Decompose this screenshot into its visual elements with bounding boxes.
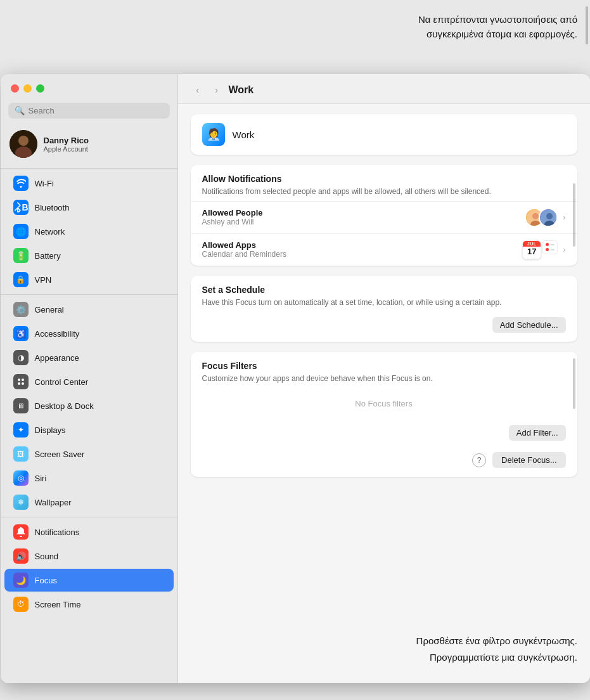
close-button[interactable] (11, 84, 19, 93)
allowed-apps-left: Allowed Apps Calendar and Reminders (202, 240, 286, 259)
user-info: Danny Rico Apple Account (44, 136, 89, 153)
sidebar-item-notifications[interactable]: Notifications (4, 521, 174, 543)
sidebar-item-appearance[interactable]: ◑ Appearance (4, 346, 174, 369)
sidebar-item-accessibility[interactable]: ♿ Accessibility (4, 322, 174, 345)
focus-icon: 🌙 (13, 573, 29, 588)
avatar (10, 130, 37, 158)
sidebar-item-network[interactable]: 🌐 Network (4, 220, 174, 243)
reminder-text-1 (551, 244, 555, 245)
search-bar[interactable]: 🔍 (8, 103, 170, 119)
sidebar-label-general: General (35, 305, 64, 314)
sidebar-label-displays: Displays (35, 425, 66, 435)
svg-point-6 (22, 382, 24, 385)
focus-filters-title: Focus Filters (202, 361, 566, 371)
sidebar-label-screen-time: Screen Time (35, 600, 81, 609)
schedule-section: Set a Schedule Have this Focus turn on a… (191, 276, 577, 342)
bluetooth-icon: B (13, 200, 29, 215)
maximize-button[interactable] (36, 84, 44, 93)
back-button[interactable]: ‹ (191, 83, 205, 97)
sidebar-divider (1, 168, 177, 169)
allowed-apps-title: Allowed Apps (202, 240, 286, 250)
sidebar-item-siri[interactable]: ◎ Siri (4, 467, 174, 489)
allow-notifications-description: Notifications from selected people and a… (202, 186, 566, 197)
sidebar-label-wallpaper: Wallpaper (35, 498, 72, 507)
allow-notifications-section: Allow Notifications Notifications from s… (191, 165, 577, 266)
sidebar-label-desktop-dock: Desktop & Dock (35, 401, 94, 411)
allowed-people-row[interactable]: Allowed People Ashley and Will (191, 201, 577, 233)
sidebar-label-control-center: Control Center (35, 377, 89, 387)
focus-header-name: Work (233, 129, 255, 140)
sidebar-item-desktop-dock[interactable]: 🖥 Desktop & Dock (4, 394, 174, 417)
search-input[interactable] (29, 106, 164, 115)
schedule-header: Set a Schedule Have this Focus turn on a… (191, 276, 577, 312)
sidebar-label-vpn: VPN (35, 275, 52, 285)
reminder-dot-1 (546, 243, 549, 246)
add-schedule-button[interactable]: Add Schedule... (492, 317, 566, 333)
sidebar-divider-2 (1, 294, 177, 295)
sidebar-label-battery: Battery (35, 251, 61, 261)
sidebar-item-screen-time[interactable]: ⏱ Screen Time (4, 593, 174, 616)
sidebar-item-vpn[interactable]: 🔒 VPN (4, 268, 174, 291)
sound-icon: 🔊 (13, 548, 29, 564)
schedule-buttons: Add Schedule... (191, 312, 577, 342)
sidebar-item-bluetooth[interactable]: B Bluetooth (4, 196, 174, 219)
annotation-bottom: Προσθέστε ένα φίλτρο συγκέντρωσης. Προγρ… (416, 633, 577, 665)
main-body: 🧑‍💼 Work Allow Notifications Notificatio… (178, 104, 590, 683)
sidebar-label-bluetooth: Bluetooth (35, 203, 70, 212)
focus-header-card: 🧑‍💼 Work (191, 114, 577, 155)
add-filter-button[interactable]: Add Filter... (509, 425, 566, 441)
sidebar-item-wallpaper[interactable]: ❄ Wallpaper (4, 491, 174, 514)
wallpaper-icon: ❄ (13, 495, 29, 510)
main-content: ‹ › Work 🧑‍💼 Work Allow Notifications No… (178, 74, 590, 683)
allowed-apps-row[interactable]: Allowed Apps Calendar and Reminders JUL … (191, 233, 577, 266)
delete-focus-button[interactable]: Delete Focus... (492, 452, 565, 468)
user-subtitle: Apple Account (44, 145, 89, 153)
vpn-icon: 🔒 (13, 272, 29, 287)
allowed-people-left: Allowed People Ashley and Will (202, 208, 263, 226)
svg-point-1 (18, 136, 29, 146)
allow-notifications-header: Allow Notifications Notifications from s… (191, 165, 577, 201)
sidebar-item-sound[interactable]: 🔊 Sound (4, 545, 174, 567)
sidebar-item-general[interactable]: ⚙️ General (4, 298, 174, 321)
sidebar-item-battery[interactable]: 🔋 Battery (4, 244, 174, 267)
forward-button[interactable]: › (210, 83, 224, 97)
traffic-lights (1, 74, 177, 99)
svg-point-8 (532, 213, 539, 219)
svg-point-11 (546, 213, 553, 219)
sidebar-item-displays[interactable]: ✦ Displays (4, 418, 174, 441)
avatar-stack (525, 208, 558, 227)
filter-scroll-indicator (573, 358, 575, 409)
avatar-will (539, 208, 558, 227)
focus-filters-description: Customize how your apps and device behav… (202, 373, 566, 384)
network-icon: 🌐 (13, 224, 29, 239)
minimize-button[interactable] (23, 84, 32, 93)
user-section[interactable]: Danny Rico Apple Account (1, 125, 177, 165)
reminder-text-2 (551, 249, 555, 250)
sidebar: 🔍 Danny Rico Apple Account Wi- (1, 74, 178, 683)
battery-icon: 🔋 (13, 248, 29, 263)
scroll-indicator (573, 183, 575, 247)
sidebar-label-wifi: Wi-Fi (35, 179, 54, 188)
accessibility-icon: ♿ (13, 326, 29, 341)
notifications-icon (13, 524, 29, 540)
sidebar-label-notifications: Notifications (35, 528, 80, 537)
reminder-line-2 (546, 248, 555, 251)
screen-time-icon: ⏱ (13, 597, 29, 612)
focus-header-icon: 🧑‍💼 (202, 123, 225, 146)
annotation-bottom-line2: Προγραμματίστε μια συγκέντρωση. (416, 649, 577, 666)
reminder-line-1 (546, 243, 555, 246)
sidebar-item-control-center[interactable]: Control Center (4, 370, 174, 393)
sidebar-item-focus[interactable]: 🌙 Focus (4, 569, 174, 592)
allowed-apps-subtitle: Calendar and Reminders (202, 250, 286, 259)
sidebar-item-wifi[interactable]: Wi-Fi (4, 172, 174, 195)
page-title: Work (229, 84, 254, 96)
sidebar-item-screen-saver[interactable]: 🖼 Screen Saver (4, 443, 174, 465)
search-icon: 🔍 (15, 106, 25, 115)
help-button[interactable]: ? (472, 453, 486, 467)
allow-notifications-title: Allow Notifications (202, 174, 566, 184)
svg-point-3 (18, 379, 20, 381)
reminders-app-icon (542, 240, 558, 254)
calendar-app-icon: JUL 17 (522, 240, 541, 259)
allowed-apps-right: JUL 17 (522, 240, 565, 259)
sidebar-label-siri: Siri (35, 474, 47, 483)
